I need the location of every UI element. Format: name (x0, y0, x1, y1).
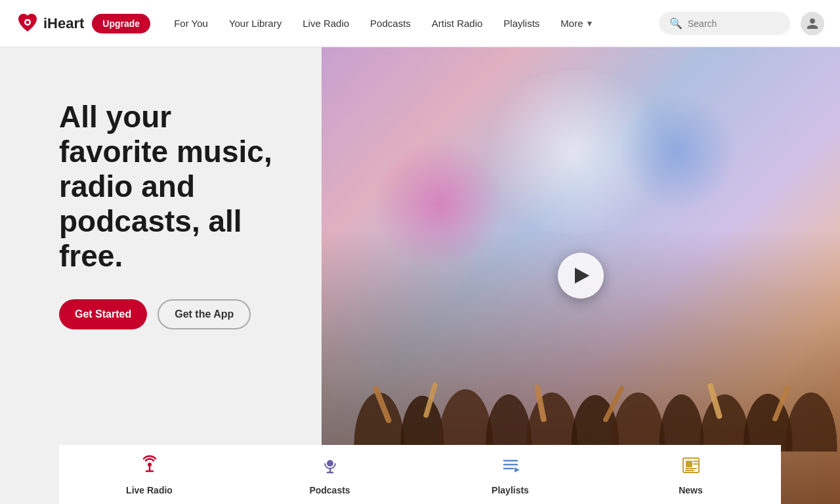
svg-marker-28 (514, 467, 520, 472)
search-input[interactable] (688, 18, 780, 29)
bottom-tab-playlists[interactable]: Playlists (420, 446, 600, 503)
playlists-label: Playlists (492, 485, 529, 495)
logo-area: iHeart Upgrade (16, 12, 150, 35)
podcasts-icon (320, 454, 341, 480)
svg-point-3 (401, 396, 444, 452)
bottom-bar: Live Radio Podcasts (59, 445, 781, 504)
svg-point-22 (327, 460, 333, 467)
live-radio-icon (139, 454, 160, 480)
profile-icon[interactable] (801, 12, 824, 35)
user-icon (806, 17, 819, 30)
logo-text: iHeart (43, 15, 84, 32)
svg-point-8 (612, 392, 665, 452)
nav-item-more[interactable]: More ▼ (550, 12, 604, 34)
upgrade-button[interactable]: Upgrade (92, 14, 150, 33)
hero-buttons: Get Started Get the App (59, 299, 282, 329)
iheart-logo-icon (16, 12, 39, 35)
nav-item-live-radio[interactable]: Live Radio (292, 12, 360, 34)
live-radio-label: Live Radio (126, 485, 173, 495)
main-nav: For You Your Library Live Radio Podcasts… (163, 12, 659, 34)
bottom-tab-live-radio[interactable]: Live Radio (59, 446, 240, 503)
nav-item-for-you[interactable]: For You (163, 12, 219, 34)
playlists-icon (500, 454, 521, 480)
hero-image (322, 47, 840, 504)
news-label: News (679, 485, 703, 495)
news-icon (681, 454, 702, 480)
get-app-button[interactable]: Get the App (158, 299, 251, 329)
logo[interactable]: iHeart (16, 12, 84, 35)
hero-headline: All your favorite music, radio and podca… (59, 100, 282, 273)
get-started-button[interactable]: Get Started (59, 299, 147, 329)
play-button[interactable] (558, 253, 604, 299)
svg-point-5 (486, 394, 532, 452)
svg-point-11 (744, 394, 793, 452)
bottom-tab-news[interactable]: News (600, 446, 781, 503)
search-icon: 🔍 (669, 17, 682, 30)
svg-point-12 (786, 392, 837, 452)
svg-point-19 (148, 463, 152, 467)
header: iHeart Upgrade For You Your Library Live… (0, 0, 840, 47)
svg-rect-30 (686, 461, 692, 467)
nav-item-playlists[interactable]: Playlists (493, 12, 550, 34)
main-content: All your favorite music, radio and podca… (0, 47, 840, 504)
svg-point-4 (438, 389, 493, 452)
nav-item-artist-radio[interactable]: Artist Radio (421, 12, 494, 34)
smoke-effect-blue (618, 93, 736, 211)
svg-point-1 (26, 20, 30, 24)
svg-point-10 (700, 394, 750, 452)
svg-point-6 (526, 392, 578, 452)
play-icon (575, 268, 589, 284)
nav-item-your-library[interactable]: Your Library (219, 12, 292, 34)
nav-item-podcasts[interactable]: Podcasts (360, 12, 421, 34)
svg-point-9 (660, 394, 704, 452)
hero-section: All your favorite music, radio and podca… (0, 47, 322, 504)
podcasts-label: Podcasts (309, 485, 350, 495)
search-bar[interactable]: 🔍 (659, 12, 790, 35)
bottom-tab-podcasts[interactable]: Podcasts (240, 446, 420, 503)
chevron-down-icon: ▼ (586, 19, 594, 28)
